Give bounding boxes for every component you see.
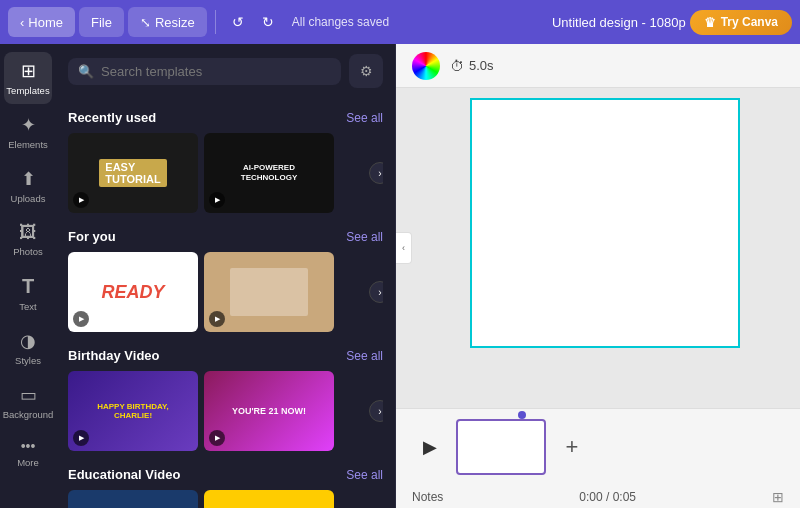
play-pause-button[interactable]: ▶ [412, 429, 448, 465]
sidebar-item-more[interactable]: ••• More [4, 430, 52, 476]
educational-video-row: ClassroomRules happy › [68, 490, 383, 508]
template-bday-21[interactable]: YOU'RE 21 NOW! ▶ [204, 371, 334, 451]
timeline-playhead [518, 411, 526, 419]
timeline-track: ▶ + [396, 409, 800, 485]
play-icon-6: ▶ [209, 430, 225, 446]
sidebar-item-text[interactable]: T Text [4, 267, 52, 320]
crown-icon: ♛ [704, 15, 716, 30]
play-icon-3: ▶ [73, 311, 89, 327]
section-recently-used: Recently used See all EASYTUTORIAL ▶ [56, 102, 395, 221]
main-area: ⊞ Templates ✦ Elements ⬆ Uploads 🖼 Photo… [0, 44, 800, 508]
color-palette-button[interactable] [412, 52, 440, 80]
styles-label: Styles [15, 355, 41, 366]
sidebar-item-background[interactable]: ▭ Background [4, 376, 52, 428]
time-display: 0:00 / 0:05 [579, 490, 636, 504]
play-icon: ▶ [73, 192, 89, 208]
search-bar: 🔍 ⚙ [56, 44, 395, 98]
template-ready[interactable]: READY ▶ [68, 252, 198, 332]
canvas-frame [470, 98, 740, 348]
template-easy-tutorial[interactable]: EASYTUTORIAL ▶ [68, 133, 198, 213]
grid-view-button[interactable]: ⊞ [772, 489, 784, 505]
search-icon: 🔍 [78, 64, 94, 79]
templates-scroll: Recently used See all EASYTUTORIAL ▶ [56, 98, 395, 508]
templates-panel: 🔍 ⚙ Recently used See all EASYTUT [56, 44, 396, 508]
try-canva-label: Try Canva [721, 15, 778, 29]
canvas-top-bar: ⏱ 5.0s [396, 44, 800, 88]
try-canva-button[interactable]: ♛ Try Canva [690, 10, 792, 35]
search-input[interactable] [101, 64, 331, 79]
redo-button[interactable]: ↻ [254, 8, 282, 36]
home-chevron-icon: ‹ [20, 15, 24, 30]
background-label: Background [3, 409, 54, 420]
bday1-text: HAPPY BIRTHDAY,CHARLIE! [97, 402, 169, 420]
photos-icon: 🖼 [19, 222, 37, 243]
resize-button[interactable]: ⤡ Resize [128, 7, 207, 37]
design-title: Untitled design - 1080p [552, 15, 686, 30]
sidebar-item-uploads[interactable]: ⬆ Uploads [4, 160, 52, 212]
recently-used-row: EASYTUTORIAL ▶ AI-POWEREDTECHNOLOGY ▶ › [68, 133, 383, 213]
ready-text: READY [101, 282, 164, 303]
recently-used-title: Recently used [68, 110, 156, 125]
notes-label: Notes [412, 490, 443, 504]
for-you-see-all[interactable]: See all [346, 230, 383, 244]
easy-tutorial-text: EASYTUTORIAL [99, 159, 166, 187]
text-icon: T [22, 275, 34, 298]
section-birthday-video: Birthday Video See all HAPPY BIRTHDAY,CH… [56, 340, 395, 459]
filter-button[interactable]: ⚙ [349, 54, 383, 88]
search-input-wrapper[interactable]: 🔍 [68, 58, 341, 85]
background-icon: ▭ [20, 384, 37, 406]
play-icon-2: ▶ [209, 192, 225, 208]
top-navigation: ‹ Home File ⤡ Resize ↺ ↻ All changes sav… [0, 0, 800, 44]
recently-used-see-all[interactable]: See all [346, 111, 383, 125]
for-you-row: READY ▶ ▶ › [68, 252, 383, 332]
left-sidebar: ⊞ Templates ✦ Elements ⬆ Uploads 🖼 Photo… [0, 44, 56, 508]
section-educational-video: Educational Video See all ClassroomRules… [56, 459, 395, 508]
file-button[interactable]: File [79, 7, 124, 37]
section-for-you: For you See all READY ▶ ▶ [56, 221, 395, 340]
for-you-header: For you See all [68, 229, 383, 244]
bday2-text: YOU'RE 21 NOW! [232, 406, 306, 416]
add-clip-button[interactable]: + [554, 429, 590, 465]
birthday-video-row: HAPPY BIRTHDAY,CHARLIE! ▶ YOU'RE 21 NOW!… [68, 371, 383, 451]
educational-video-header: Educational Video See all [68, 467, 383, 482]
text-label: Text [19, 301, 36, 312]
educational-video-see-all[interactable]: See all [346, 468, 383, 482]
uploads-icon: ⬆ [21, 168, 36, 190]
birthday-video-arrow[interactable]: › [369, 400, 383, 422]
more-icon: ••• [21, 438, 36, 454]
saved-status: All changes saved [292, 15, 389, 29]
for-you-arrow[interactable]: › [369, 281, 383, 303]
birthday-video-see-all[interactable]: See all [346, 349, 383, 363]
timeline-clip[interactable] [456, 419, 546, 475]
ai-powered-text: AI-POWEREDTECHNOLOGY [241, 163, 297, 184]
sidebar-item-elements[interactable]: ✦ Elements [4, 106, 52, 158]
sidebar-item-templates[interactable]: ⊞ Templates [4, 52, 52, 104]
timeline-footer: Notes 0:00 / 0:05 ⊞ [396, 485, 800, 508]
for-you-title: For you [68, 229, 116, 244]
recently-used-arrow[interactable]: › [369, 162, 383, 184]
template-kraft[interactable]: ▶ [204, 252, 334, 332]
birthday-video-header: Birthday Video See all [68, 348, 383, 363]
home-button[interactable]: ‹ Home [8, 7, 75, 37]
resize-icon: ⤡ [140, 15, 151, 30]
timer-icon: ⏱ [450, 58, 464, 74]
collapse-handle[interactable]: ‹ [396, 232, 412, 264]
timer-display: ⏱ 5.0s [450, 58, 494, 74]
sidebar-item-photos[interactable]: 🖼 Photos [4, 214, 52, 265]
templates-label: Templates [6, 85, 49, 96]
template-ai-powered[interactable]: AI-POWEREDTECHNOLOGY ▶ [204, 133, 334, 213]
canvas-workspace: ‹ [396, 88, 800, 408]
kraft-inner [230, 268, 308, 316]
recently-used-header: Recently used See all [68, 110, 383, 125]
timeline-area: ▶ + Notes 0:00 / 0:05 ⊞ [396, 408, 800, 508]
undo-button[interactable]: ↺ [224, 8, 252, 36]
play-icon-5: ▶ [73, 430, 89, 446]
template-classroom-rules[interactable]: ClassroomRules [68, 490, 198, 508]
elements-label: Elements [8, 139, 48, 150]
birthday-video-title: Birthday Video [68, 348, 160, 363]
template-happy-edu[interactable]: happy [204, 490, 334, 508]
template-bday-charlie[interactable]: HAPPY BIRTHDAY,CHARLIE! ▶ [68, 371, 198, 451]
more-label: More [17, 457, 39, 468]
uploads-label: Uploads [11, 193, 46, 204]
sidebar-item-styles[interactable]: ◑ Styles [4, 322, 52, 374]
